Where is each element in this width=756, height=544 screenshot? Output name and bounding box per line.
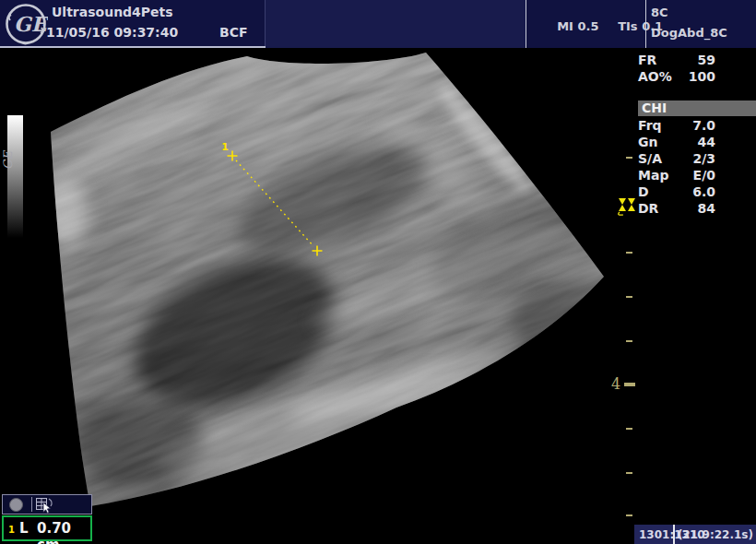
caliper-number-label: 1 bbox=[221, 141, 229, 153]
param-label: S/A bbox=[638, 151, 662, 168]
ge-logo-icon: GE bbox=[4, 2, 48, 46]
param-label: Map bbox=[638, 168, 668, 184]
cine-frame-bar[interactable]: 1301:1310 (21.9:22.1s) bbox=[634, 525, 756, 544]
param-label: Frq bbox=[638, 118, 662, 135]
param-value: 7.0 bbox=[692, 118, 715, 135]
datetime-display: 11/05/16 09:37:40 bbox=[46, 25, 178, 40]
measurement-type-label: L bbox=[19, 520, 29, 537]
ultrasound-screen: 1 GE bbox=[0, 0, 756, 544]
param-row-gn: Gn 44 bbox=[638, 135, 715, 151]
param-label: FR bbox=[638, 53, 656, 69]
header-bar: GE Ultrasound4Pets 11/05/16 09:37:40 BCF… bbox=[0, 0, 756, 48]
header-divider bbox=[526, 0, 526, 48]
header-underline bbox=[0, 46, 266, 48]
cine-position-caret[interactable] bbox=[673, 525, 675, 544]
param-value: 44 bbox=[698, 135, 715, 151]
param-label: D bbox=[638, 184, 649, 201]
param-value: 59 bbox=[698, 53, 715, 69]
param-label: DR bbox=[638, 201, 658, 218]
trackball-bar-divider bbox=[31, 497, 32, 512]
param-value: 84 bbox=[698, 201, 715, 218]
trackball-icon bbox=[9, 498, 23, 512]
svg-text:GE: GE bbox=[1, 150, 15, 170]
mi-readout: MI 0.5 bbox=[532, 6, 599, 47]
param-row-frq: Frq 7.0 bbox=[638, 118, 715, 135]
ge-orientation-marker-icon: GE bbox=[1, 150, 15, 170]
mi-label: MI bbox=[557, 19, 573, 33]
param-label: Gn bbox=[638, 135, 657, 151]
grayscale-bar bbox=[7, 115, 23, 238]
param-row-dr: DR 84 bbox=[638, 201, 715, 218]
facility-name: Ultrasound4Pets bbox=[52, 5, 173, 19]
cine-time-range: (21.9:22.1s) bbox=[678, 528, 753, 541]
depth-major-tick bbox=[624, 383, 635, 386]
tis-label: TIs bbox=[618, 19, 637, 33]
active-mode-indicator[interactable]: CHI bbox=[638, 101, 756, 116]
focus-marker-icon[interactable] bbox=[619, 198, 635, 215]
rotate-hint-icon bbox=[49, 499, 52, 506]
pointer-tool-icon bbox=[36, 497, 64, 514]
trackball-status-bar bbox=[2, 494, 92, 514]
preset-name: DogAbd_8C bbox=[651, 26, 727, 40]
param-label: AO% bbox=[638, 69, 672, 86]
measurement-result-box: 1 L 0.70 cm bbox=[2, 515, 92, 541]
param-row-sa: S/A 2/3 bbox=[638, 151, 715, 168]
param-row-fr: FR 59 bbox=[638, 53, 715, 69]
header-middle-segment bbox=[266, 0, 526, 48]
depth-scale-label: 4 bbox=[611, 375, 620, 393]
probe-name: 8C bbox=[651, 6, 668, 19]
param-row-map: Map E/0 bbox=[638, 168, 715, 184]
param-value: 100 bbox=[689, 69, 715, 86]
param-value: E/0 bbox=[693, 168, 715, 184]
param-row-d: D 6.0 bbox=[638, 184, 715, 201]
measurement-index: 1 bbox=[8, 525, 15, 535]
param-value: 6.0 bbox=[692, 184, 715, 201]
measurement-value: 0.70 cm bbox=[37, 520, 90, 544]
param-row-ao: AO% 100 bbox=[638, 69, 715, 86]
operator-id: BCF bbox=[219, 25, 248, 40]
param-value: 2/3 bbox=[692, 151, 715, 168]
header-divider bbox=[265, 0, 266, 48]
